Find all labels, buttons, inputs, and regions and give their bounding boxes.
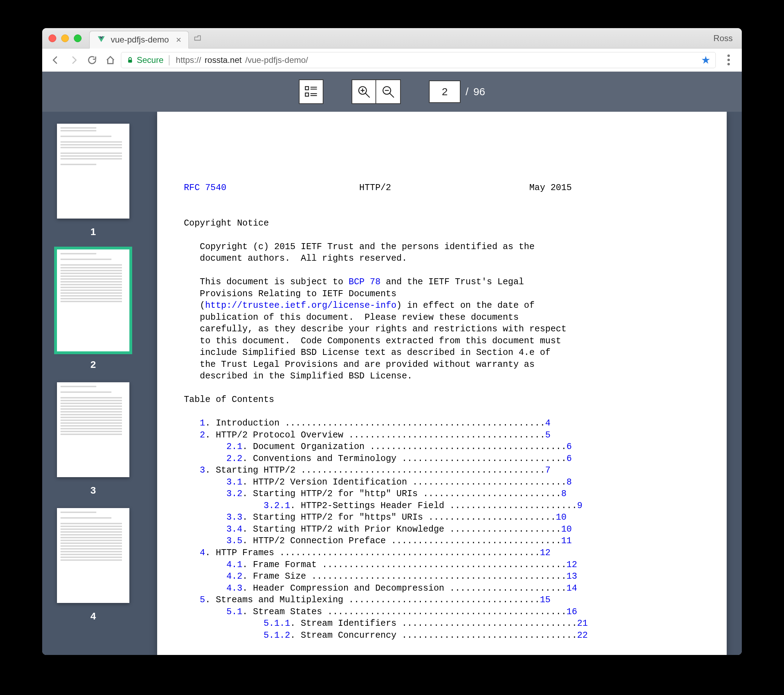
toc-num[interactable]: 5.1.1 — [264, 618, 290, 629]
zoom-out-button[interactable] — [376, 79, 401, 104]
window-titlebar: vue-pdfjs-demo × Ross — [42, 28, 742, 48]
thumbnail-page-3[interactable] — [57, 382, 129, 477]
browser-window: vue-pdfjs-demo × Ross Secure │ https://r… — [42, 28, 742, 655]
home-button[interactable] — [103, 53, 118, 68]
toc-num[interactable]: 4.3 — [226, 583, 242, 593]
forward-button[interactable] — [66, 53, 82, 68]
browser-menu-button[interactable] — [721, 53, 736, 68]
toc-page[interactable]: 4 — [545, 418, 550, 428]
url-scheme: https:// — [176, 55, 201, 65]
new-tab-button[interactable] — [190, 31, 204, 45]
thumbnail-label: 4 — [91, 611, 96, 622]
toc-page[interactable]: 15 — [540, 595, 550, 605]
page-control: / 96 — [429, 81, 485, 103]
toc-num[interactable]: 3.2 — [226, 489, 242, 499]
lock-icon — [126, 56, 134, 64]
pdf-split: 1234 RFC 7540 HTTP/2 May 2015 Copyright … — [42, 112, 742, 655]
svg-rect-3 — [306, 86, 309, 90]
rfc-link[interactable]: RFC 7540 — [184, 183, 226, 193]
pdf-viewport[interactable]: RFC 7540 HTTP/2 May 2015 Copyright Notic… — [144, 112, 742, 655]
tab-title: vue-pdfjs-demo — [111, 35, 169, 44]
toc-page[interactable]: 9 — [577, 501, 583, 511]
toc-num[interactable]: 2.1 — [226, 442, 242, 452]
thumbnail-label: 3 — [91, 485, 96, 496]
url-host: rossta.net — [204, 55, 242, 65]
back-button[interactable] — [48, 53, 63, 68]
toc-page[interactable]: 11 — [561, 536, 572, 546]
current-page-input[interactable] — [429, 81, 461, 103]
zoom-button-group — [352, 79, 401, 104]
toc-page[interactable]: 13 — [567, 571, 577, 582]
svg-line-14 — [390, 94, 394, 98]
toc-page[interactable]: 14 — [567, 583, 577, 593]
thumbnail-sidebar[interactable]: 1234 — [42, 112, 144, 655]
profile-name[interactable]: Ross — [713, 33, 736, 43]
toc-num[interactable]: 3.2.1 — [264, 501, 290, 511]
toc-num[interactable]: 3.5 — [226, 536, 242, 546]
reload-button[interactable] — [84, 53, 100, 68]
copyright-heading: Copyright Notice — [184, 218, 269, 228]
thumbnail-label: 2 — [91, 359, 96, 370]
toc-num[interactable]: 5 — [200, 595, 205, 605]
toc-page[interactable]: 21 — [577, 618, 588, 629]
toc-page[interactable]: 12 — [540, 548, 550, 558]
toc-page[interactable]: 22 — [577, 630, 588, 641]
toc-page[interactable]: 10 — [556, 512, 567, 522]
page-sep: / — [466, 86, 468, 98]
bcp78-link[interactable]: BCP 78 — [349, 277, 381, 287]
pdf-viewer-app: / 96 1234 RFC 7540 HTTP/2 May 2015 Copyr… — [42, 72, 742, 655]
thumbnail-page-4[interactable] — [57, 508, 129, 603]
toc-num[interactable]: 5.1 — [226, 607, 242, 617]
doc-header-center: HTTP/2 — [359, 183, 391, 193]
toc-page[interactable]: 10 — [561, 524, 572, 534]
toc-num[interactable]: 4.1 — [226, 560, 242, 570]
toc-page[interactable]: 6 — [567, 453, 572, 464]
window-zoom-button[interactable] — [74, 35, 82, 42]
toc-num[interactable]: 1 — [200, 418, 205, 428]
toc-num[interactable]: 3 — [200, 465, 205, 475]
secure-indicator: Secure — [126, 55, 163, 65]
pdf-toolbar: / 96 — [42, 72, 742, 112]
toc-num[interactable]: 3.4 — [226, 524, 242, 534]
toc-heading: Table of Contents — [184, 394, 274, 405]
toc-num[interactable]: 2.2 — [226, 453, 242, 464]
url-path: /vue-pdfjs-demo/ — [245, 55, 308, 65]
total-pages: 96 — [473, 86, 485, 98]
toc-num[interactable]: 5.1.2 — [264, 630, 290, 641]
url-separator: │ — [167, 55, 172, 65]
svg-rect-2 — [128, 60, 132, 62]
toggle-sidebar-button[interactable] — [299, 79, 323, 104]
svg-rect-4 — [306, 93, 309, 96]
thumbnail-page-2[interactable] — [57, 250, 129, 352]
bookmark-star-icon[interactable]: ★ — [701, 54, 710, 66]
toc-num[interactable]: 4.2 — [226, 571, 242, 582]
tab-close-icon[interactable]: × — [176, 35, 181, 45]
toc-page[interactable]: 12 — [567, 560, 577, 570]
window-minimize-button[interactable] — [61, 35, 69, 42]
thumbnail-label: 1 — [91, 226, 96, 238]
thumbnail-page-1[interactable] — [57, 124, 129, 219]
toc-page[interactable]: 7 — [545, 465, 550, 475]
secure-label: Secure — [137, 55, 163, 65]
svg-line-10 — [366, 94, 370, 98]
doc-header-date: May 2015 — [529, 183, 572, 193]
toc-page[interactable]: 16 — [567, 607, 577, 617]
window-close-button[interactable] — [48, 35, 56, 42]
toc-num[interactable]: 3.1 — [226, 477, 242, 487]
toc-page[interactable]: 6 — [567, 442, 572, 452]
window-traffic-lights — [48, 35, 82, 42]
address-bar: Secure │ https://rossta.net/vue-pdfjs-de… — [42, 48, 742, 72]
toc-num[interactable]: 2 — [200, 430, 205, 440]
toc-page[interactable]: 8 — [567, 477, 572, 487]
toc-num[interactable]: 3.3 — [226, 512, 242, 522]
url-bar[interactable]: Secure │ https://rossta.net/vue-pdfjs-de… — [121, 52, 716, 68]
vue-favicon-icon — [97, 35, 106, 44]
toc-num[interactable]: 4 — [200, 548, 205, 558]
toc-page[interactable]: 5 — [545, 430, 550, 440]
pdf-page: RFC 7540 HTTP/2 May 2015 Copyright Notic… — [157, 112, 727, 655]
zoom-in-button[interactable] — [352, 79, 376, 104]
toc-page[interactable]: 8 — [561, 489, 567, 499]
browser-tab[interactable]: vue-pdfjs-demo × — [89, 31, 189, 48]
license-info-link[interactable]: http://trustee.ietf.org/license-info — [205, 301, 396, 311]
